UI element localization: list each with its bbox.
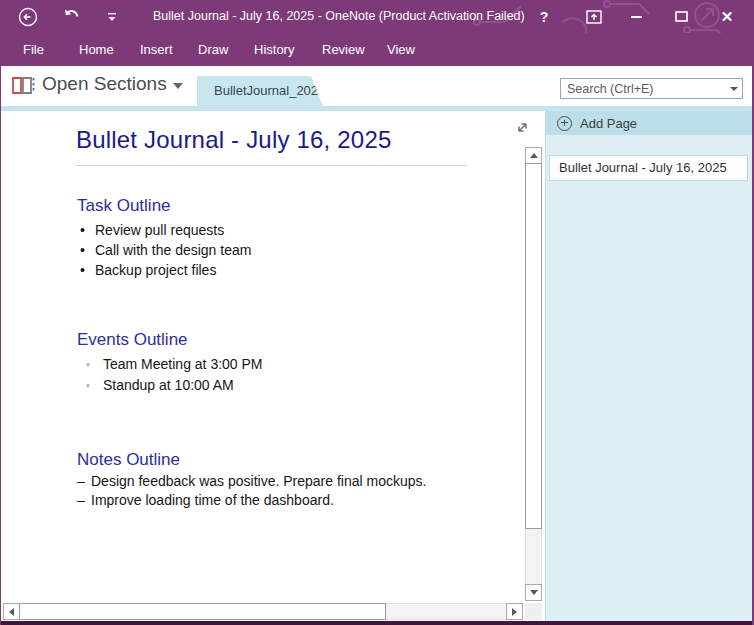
- search-input[interactable]: [561, 82, 728, 96]
- horizontal-scrollbar-thumb[interactable]: [19, 603, 386, 620]
- tab-history[interactable]: History: [254, 33, 294, 66]
- scroll-right-button[interactable]: [506, 603, 523, 620]
- list-item[interactable]: •Call with the design team: [80, 240, 251, 260]
- minimize-button[interactable]: [621, 0, 653, 33]
- tab-insert[interactable]: Insert: [140, 33, 173, 66]
- events-list[interactable]: ◦Team Meeting at 3:00 PM ◦Standup at 10:…: [86, 354, 263, 396]
- section-tab[interactable]: BulletJournal_20250716: [197, 76, 323, 106]
- list-item[interactable]: •Review pull requests: [80, 220, 251, 240]
- customize-quick-access-icon[interactable]: [101, 0, 123, 33]
- scrollbar-corner: [525, 603, 542, 620]
- page-list-item-selected[interactable]: Bullet Journal - July 16, 2025: [549, 155, 748, 181]
- page-list-panel: Add Page Bullet Journal - July 16, 2025: [545, 111, 752, 621]
- search-scope-caret-icon[interactable]: [730, 87, 738, 91]
- bullet-disc: •: [80, 260, 95, 280]
- search-box: [560, 78, 743, 99]
- section-heading-events[interactable]: Events Outline: [77, 330, 188, 350]
- scroll-down-button[interactable]: [525, 584, 542, 601]
- tab-review[interactable]: Review: [322, 33, 365, 66]
- chevron-down-icon[interactable]: [173, 83, 183, 89]
- navigation-bar: Open Sections BulletJournal_20250716: [1, 66, 752, 106]
- list-item[interactable]: –Design feedback was positive. Prepare f…: [77, 472, 426, 491]
- help-button[interactable]: ?: [531, 0, 557, 33]
- bullet-disc: •: [80, 240, 95, 260]
- list-item[interactable]: •Backup project files: [80, 260, 251, 280]
- triangle-left-icon: [9, 608, 14, 616]
- ribbon-tab-row: File Home Insert Draw History Review Vie…: [1, 33, 752, 66]
- title-underline: [76, 165, 467, 166]
- notebook-icon[interactable]: [11, 74, 36, 97]
- section-heading-task[interactable]: Task Outline: [77, 196, 171, 216]
- triangle-up-icon: [530, 153, 538, 158]
- tab-home[interactable]: Home: [79, 33, 114, 66]
- ribbon-display-options-button[interactable]: [579, 0, 609, 33]
- page-canvas[interactable]: Bullet Journal - July 16, 2025 Task Outl…: [2, 111, 545, 621]
- task-list[interactable]: •Review pull requests •Call with the des…: [80, 220, 251, 280]
- notes-list[interactable]: –Design feedback was positive. Prepare f…: [77, 472, 426, 510]
- plus-circle-icon: [557, 116, 572, 131]
- window-title: Bullet Journal - July 16, 2025 - OneNote…: [153, 0, 525, 33]
- back-button[interactable]: [13, 0, 43, 33]
- bullet-circle: ◦: [86, 375, 103, 396]
- bullet-dash: –: [77, 472, 91, 491]
- section-heading-notes[interactable]: Notes Outline: [77, 450, 180, 470]
- triangle-right-icon: [512, 608, 517, 616]
- title-bar: Bullet Journal - July 16, 2025 - OneNote…: [1, 0, 752, 33]
- scroll-left-button[interactable]: [3, 603, 20, 620]
- close-button[interactable]: ✕: [709, 0, 745, 33]
- triangle-down-icon: [530, 590, 538, 595]
- list-item[interactable]: ◦Team Meeting at 3:00 PM: [86, 354, 263, 375]
- page-title[interactable]: Bullet Journal - July 16, 2025: [76, 126, 392, 154]
- tab-view[interactable]: View: [387, 33, 415, 66]
- bullet-dash: –: [77, 491, 91, 510]
- expand-page-icon[interactable]: [515, 120, 530, 135]
- scroll-up-button[interactable]: [525, 147, 542, 164]
- onenote-window: Bullet Journal - July 16, 2025 - OneNote…: [0, 0, 754, 625]
- bullet-disc: •: [80, 220, 95, 240]
- add-page-label: Add Page: [580, 116, 637, 131]
- tab-file[interactable]: File: [23, 33, 44, 66]
- undo-button[interactable]: [57, 0, 87, 33]
- open-sections-button[interactable]: Open Sections: [42, 73, 167, 95]
- tab-draw[interactable]: Draw: [198, 33, 228, 66]
- window-bottom-border: [1, 621, 752, 625]
- bullet-circle: ◦: [86, 354, 103, 375]
- vertical-scrollbar-thumb[interactable]: [525, 163, 542, 529]
- list-item[interactable]: ◦Standup at 10:00 AM: [86, 375, 263, 396]
- add-page-button[interactable]: Add Page: [546, 111, 752, 135]
- list-item[interactable]: –Improve loading time of the dashboard.: [77, 491, 426, 510]
- maximize-button[interactable]: [665, 0, 697, 33]
